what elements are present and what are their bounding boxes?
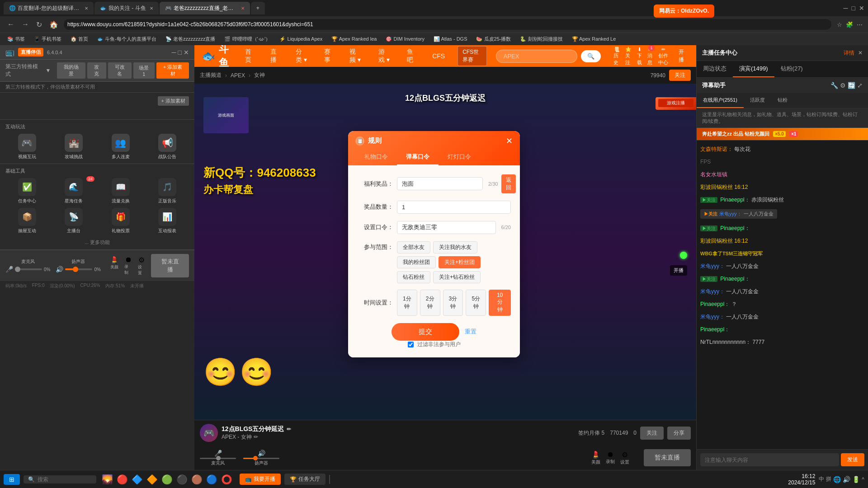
sw-close[interactable]: ✕ <box>184 49 189 56</box>
forward-btn[interactable]: → <box>20 20 31 28</box>
cmd-input[interactable] <box>397 221 496 234</box>
close-window-btn[interactable]: ✕ <box>859 5 864 12</box>
rp-detail-btn[interactable]: 详情 <box>844 49 854 57</box>
sw-tool-video[interactable]: 🎮 视频互玩 <box>5 134 49 160</box>
stream-follow-btn[interactable]: 关注 <box>640 427 664 440</box>
bookmark-stream[interactable]: 📡 老爸zzzzzzzzz直播 <box>162 35 219 43</box>
bookmark-bilibili[interactable]: 🎬 哔哩哔哩（'·ω·'） <box>221 35 274 43</box>
sw-speaker-icon[interactable]: 🔊 <box>56 266 63 273</box>
qty-input[interactable] <box>397 201 511 214</box>
nav-message[interactable]: ✉ 消息 1 <box>647 47 653 66</box>
open-broadcast-btn[interactable]: 开播 <box>670 265 687 276</box>
nav-search-btn[interactable]: 🔍 <box>581 50 601 62</box>
nav-games[interactable]: 游戏 ▾ <box>375 46 395 66</box>
address-input[interactable] <box>64 19 831 30</box>
bookmark-dim[interactable]: 🎯 DIM Inventory <box>382 35 428 43</box>
nav-esports[interactable]: 赛事 <box>321 46 337 66</box>
bookmark-star[interactable]: ☆ <box>837 21 842 28</box>
stream-game-edit[interactable]: ✏ <box>254 434 258 440</box>
rp-tab-guests[interactable]: 演宾(1499) <box>733 61 774 77</box>
taskbar-app-3[interactable]: 🔷 <box>132 474 143 485</box>
sw-basic-host[interactable]: 📡 主播台 <box>52 208 96 234</box>
sw-mic-slider[interactable] <box>15 268 42 270</box>
sw-tool-queue[interactable]: 📢 战队公告 <box>146 134 189 160</box>
filter-checkbox[interactable] <box>408 342 414 347</box>
taskbar-app-2[interactable]: 🔴 <box>117 474 128 485</box>
tab-1-close[interactable]: ✕ <box>85 6 88 11</box>
tab-2-close[interactable]: ✕ <box>150 6 153 11</box>
taskbar-battery-icon[interactable]: 🔋 <box>852 476 860 483</box>
taskbar-tasks-btn[interactable]: 🏆 任务大厅 <box>284 474 326 485</box>
bookmark-atlas[interactable]: 📊 Atlas - DGS <box>430 35 471 43</box>
sw-basic-music[interactable]: 🎵 正版音乐 <box>146 178 189 204</box>
taskbar-golive-btn[interactable]: 📺 我要开播 <box>240 474 281 485</box>
part-follow-diamond[interactable]: 关注+钻石粉丝 <box>433 271 481 283</box>
time-5min[interactable]: 5分钟 <box>466 290 486 316</box>
back-btn[interactable]: ← <box>5 20 16 28</box>
taskbar-app-1[interactable]: 🌄 <box>102 474 113 485</box>
nav-cfs-world[interactable]: CFS世界赛 <box>458 46 487 66</box>
sw-scene-btn-4[interactable]: 场景1 <box>133 62 155 79</box>
taskbar-app-5[interactable]: 🟢 <box>161 474 173 485</box>
sw-record-btn[interactable]: ⏺ 录制 <box>124 256 132 276</box>
sw-mode-dropdown[interactable]: ▼ <box>46 67 51 74</box>
prize-reset-btn[interactable]: 返回 <box>501 174 516 193</box>
bh-icon-1[interactable]: 🔧 <box>830 82 838 89</box>
taskbar-app-8[interactable]: 🔵 <box>206 474 217 485</box>
bottom-settings[interactable]: ⚙ 设置 <box>620 450 629 465</box>
sw-basic-gift-vote[interactable]: 🎁 礼物投票 <box>99 208 142 234</box>
tab-2[interactable]: 🐟 我的关注 - 斗鱼 ✕ <box>94 2 159 14</box>
tab-1[interactable]: 🌐 百度翻译-您的超级翻译伙伴（文本... ✕ <box>4 2 94 14</box>
sw-tool-multi[interactable]: 👥 多人连麦 <box>99 134 142 160</box>
nav-category[interactable]: 分类 ▾ <box>292 46 312 66</box>
nav-video[interactable]: 视频 ▾ <box>346 46 366 66</box>
sw-start-btn[interactable]: 暂未直播 <box>151 254 189 277</box>
bookmark-snake[interactable]: 🐍 刻别蛇回撞接技 <box>516 35 566 43</box>
bottom-start-btn[interactable]: 暂未直播 <box>644 449 691 466</box>
bh-tab-diamond[interactable]: 钻粉 <box>771 93 794 108</box>
modal-tab-bullet[interactable]: 弹幕口令 <box>397 149 439 165</box>
bh-maximize-icon[interactable]: ⤢ <box>857 82 863 89</box>
refresh-btn[interactable]: ↻ <box>34 20 44 29</box>
part-fans[interactable]: 我的粉丝团 <box>397 256 436 268</box>
sw-add-source-btn[interactable]: + 添加素材 <box>158 96 189 106</box>
taskbar-network-icon[interactable]: 🌐 <box>833 476 841 483</box>
sw-scene-btn-2[interactable]: 攻克 <box>87 62 106 79</box>
breadcrumb-goddess[interactable]: 女神 <box>254 71 265 79</box>
sw-add-scene[interactable]: + 添加素材 <box>156 62 189 79</box>
sw-basic-report[interactable]: 📊 互动报表 <box>146 208 189 234</box>
sw-basic-flow[interactable]: 📖 流量兑换 <box>99 178 142 204</box>
time-3min[interactable]: 3分钟 <box>443 290 463 316</box>
sw-basic-drawer[interactable]: 📦 抽屉互动 <box>5 208 49 234</box>
bh-icon-2[interactable]: ⚙ <box>840 82 846 89</box>
taskbar-chevron-icon[interactable]: ^ <box>862 476 864 483</box>
taskbar-pinyinmode-icon[interactable]: 拼 <box>826 475 831 483</box>
settings-icon[interactable]: ⋯ <box>857 21 863 28</box>
bottom-speaker-bar[interactable] <box>243 458 279 459</box>
taskbar-search-input[interactable] <box>38 476 92 483</box>
chat-input[interactable] <box>700 453 839 466</box>
follow-btn[interactable]: 关注 <box>669 70 691 81</box>
sw-basic-sea[interactable]: 🌊 24 星海任务 <box>52 178 96 204</box>
sw-basic-tasks[interactable]: ✅ 任务中心 <box>5 178 49 204</box>
taskbar-app-7[interactable]: 🟤 <box>191 474 203 485</box>
bh-icon-3[interactable]: 🔄 <box>848 82 855 89</box>
sw-scene-btn-1[interactable]: 我的场景 <box>57 62 85 79</box>
tab-new[interactable]: + <box>251 2 265 14</box>
stream-share-btn[interactable]: 分享 <box>667 427 691 440</box>
stream-edit-icon[interactable]: ✏ <box>287 426 291 432</box>
breadcrumb-host[interactable]: 主播频道 <box>200 71 222 79</box>
modal-tab-light[interactable]: 灯灯口令 <box>439 149 480 165</box>
sw-scene-btn-3[interactable]: 可改名 <box>108 62 132 79</box>
sw-settings-btn[interactable]: ⚙ 设置 <box>138 256 146 276</box>
taskbar-app-6[interactable]: ⚫ <box>176 474 188 485</box>
banner-ad[interactable]: 游戏注播 <box>656 97 696 110</box>
sw-minimize[interactable]: ─ <box>172 49 176 56</box>
breadcrumb-apex[interactable]: APEX <box>231 72 245 79</box>
bh-tab-activity[interactable]: 活跃度 <box>744 93 771 108</box>
rp-tab-diamond[interactable]: 钻粉(27) <box>774 61 809 77</box>
time-2min[interactable]: 2分钟 <box>420 290 440 316</box>
bh-tab-online[interactable]: 在线用户(2551) <box>697 93 744 108</box>
modal-close-btn[interactable]: ✕ <box>506 137 513 145</box>
home-btn[interactable]: 🏠 <box>47 20 60 29</box>
